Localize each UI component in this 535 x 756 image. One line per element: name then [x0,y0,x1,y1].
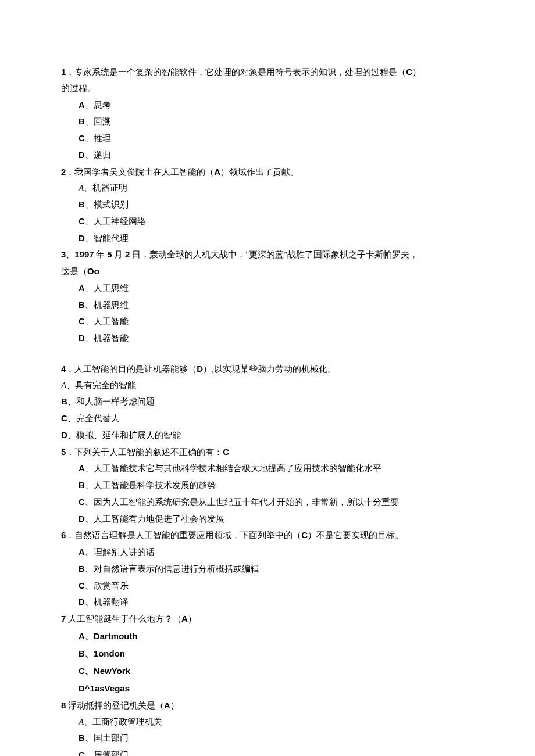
stem-text: ．人工智能的目的是让机器能够（ [66,364,197,374]
option-d: D^1asVegas [79,680,474,697]
option-d: D、机器翻译 [79,594,474,611]
answer-marker: C [223,447,229,457]
option-c: C、人工神经网络 [79,213,474,230]
option-b: B、回溯 [79,113,474,130]
stem-tail: ）不是它要实现的目标。 [308,531,404,540]
option-c: C、NewYork [79,662,474,680]
option-list: A、人工思维 B、机器思维 C、人工智能 D、机器智能 [61,280,474,347]
stem-text: ．我国学者吴文俊院士在人工智能的（ [66,167,214,177]
option-list: A、具有完全的智能 B、和人脑一样考虑问题 C、完全代替人 D、模拟、延伸和扩展… [61,378,474,444]
option-list: A、工商行政管理机关 B、国土部门 C、房管部门 D、公证处 [61,714,474,757]
stem-tail: ） [412,67,421,77]
option-a: A、人工思维 [79,280,474,297]
option-b: B、人工智能是科学技术发展的趋势 [79,477,474,494]
question-stem: 5．下列关于人工智能的叙述不正确的有：C [61,444,474,461]
question-4: 4．人工智能的目的是让机器能够（D）,以实现某些脑力劳动的机械化。 A、具有完全… [61,361,474,444]
question-8: 8 浮动抵押的登记机关是（A） A、工商行政管理机关 B、国土部门 C、房管部门… [61,697,474,756]
stem-text: 日，轰动全球的人机大战中，"更深的蓝"战胜了国际象棋之子卡斯帕罗夫， [130,250,418,259]
answer-marker: A [214,167,220,177]
option-b: B、1ondon [79,645,474,662]
stem-text: ．下列关于人工智能的叙述不正确的有： [66,447,223,457]
document-page: 1．专家系统是一个复杂的智能软件，它处理的对象是用符号表示的知识，处理的过程是（… [0,0,535,756]
answer-marker: Oo [87,266,99,276]
option-b: B、机器思维 [79,297,474,314]
answer-marker: C [406,67,412,77]
stem-text: ．专家系统是一个复杂的智能软件，它处理的对象是用符号表示的知识，处理的过程是（ [66,67,406,77]
question-stem: 4．人工智能的目的是让机器能够（D）,以实现某些脑力劳动的机械化。 [61,361,474,378]
stem-tail: ）,以实现某些脑力劳动的机械化。 [203,364,336,374]
option-d: D、人工智能有力地促进了社会的发展 [79,511,474,528]
question-1: 1．专家系统是一个复杂的智能软件，它处理的对象是用符号表示的知识，处理的过程是（… [61,64,474,164]
question-stem: 1．专家系统是一个复杂的智能软件，它处理的对象是用符号表示的知识，处理的过程是（… [61,64,474,81]
option-b: B、和人脑一样考虑问题 [61,393,474,410]
option-a: A、机器证明 [79,180,474,196]
option-list: A、思考 B、回溯 C、推理 D、递归 [61,97,474,164]
stem-continuation: 这是（Oo [61,263,474,280]
question-3: 3、1997 年 5 月 2 日，轰动全球的人机大战中，"更深的蓝"战胜了国际象… [61,246,474,347]
question-5: 5．下列关于人工智能的叙述不正确的有：C A、人工智能技术它与其他科学技术相结合… [61,444,474,528]
option-b: B、国土部门 [79,730,474,747]
question-2: 2．我国学者吴文俊院士在人工智能的（A）领域作出了贡献。 A、机器证明 B、模式… [61,164,474,247]
answer-marker: A [181,614,188,624]
spacing [61,347,474,361]
option-list: A、Dartmouth B、1ondon C、NewYork D^1asVega… [61,628,474,697]
question-stem: 3、1997 年 5 月 2 日，轰动全球的人机大战中，"更深的蓝"战胜了国际象… [61,246,474,263]
option-d: D、智能代理 [79,230,474,247]
option-list: A、机器证明 B、模式识别 C、人工神经网络 D、智能代理 [61,180,474,246]
option-a: A、具有完全的智能 [61,378,474,394]
question-stem: 6．自然语言理解是人工智能的重要应用领域，下面列举中的（C）不是它要实现的目标。 [61,527,474,544]
option-a: A、思考 [79,97,474,114]
option-c: C、欣赏音乐 [79,578,474,594]
answer-marker: C [301,530,308,540]
question-stem: 8 浮动抵押的登记机关是（A） [61,697,474,714]
stem-text: 人工智能诞生于什么地方？（ [66,614,181,624]
option-b: B、模式识别 [79,196,474,213]
option-a: A、Dartmouth [79,628,474,645]
stem-tail: ）领域作出了贡献。 [220,167,299,177]
stem-tail: ） [188,614,197,624]
option-c: C、完全代替人 [61,410,474,427]
stem-text: ．自然语言理解是人工智能的重要应用领域，下面列举中的（ [66,531,301,540]
option-c: C、因为人工智能的系统研究是从上世纪五十年代才开始的，非常新，所以十分重要 [79,494,474,511]
option-b: B、对自然语言表示的信息进行分析概括或编辑 [79,561,474,578]
question-6: 6．自然语言理解是人工智能的重要应用领域，下面列举中的（C）不是它要实现的目标。… [61,527,474,611]
option-d: D、机器智能 [79,330,474,347]
option-c: C、人工智能 [79,313,474,330]
option-a: A、工商行政管理机关 [79,714,474,730]
answer-marker: D [197,364,203,374]
option-a: A、理解别人讲的话 [79,544,474,561]
stem-tail: ） [170,701,179,710]
option-a: A、人工智能技术它与其他科学技术相结合极大地提高了应用技术的智能化水平 [79,460,474,477]
option-d: D、递归 [79,147,474,164]
stem-continuation: 的过程。 [61,81,474,97]
option-list: A、理解别人讲的话 B、对自然语言表示的信息进行分析概括或编辑 C、欣赏音乐 D… [61,544,474,611]
answer-marker: A [164,700,170,710]
option-c: C、推理 [79,130,474,147]
question-stem: 7 人工智能诞生于什么地方？（A） [61,611,474,628]
option-c: C、房管部门 [79,747,474,756]
option-d: D、模拟、延伸和扩展人的智能 [61,427,474,444]
stem-text: 浮动抵押的登记机关是（ [66,701,164,710]
question-stem: 2．我国学者吴文俊院士在人工智能的（A）领域作出了贡献。 [61,164,474,181]
option-list: A、人工智能技术它与其他科学技术相结合极大地提高了应用技术的智能化水平 B、人工… [61,460,474,527]
question-7: 7 人工智能诞生于什么地方？（A） A、Dartmouth B、1ondon C… [61,611,474,697]
